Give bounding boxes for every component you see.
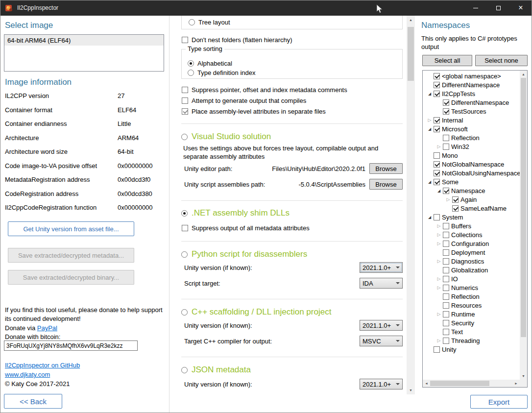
unity-script-assemblies-value[interactable]: -5.0.4\ScriptAssemblies <box>265 181 369 188</box>
tree-item-reflection[interactable]: Reflection <box>423 292 520 301</box>
collapse-icon[interactable]: ◢ <box>426 91 434 97</box>
tree-item-differentnamespace[interactable]: DifferentNamespace <box>423 80 520 89</box>
tree-item-text[interactable]: Text <box>423 327 520 336</box>
tree-item-io[interactable]: ▷IO <box>423 274 520 283</box>
tree-vscroll-track[interactable] <box>520 78 527 372</box>
tree-item-differentnamespace[interactable]: DifferentNamespace <box>423 98 520 107</box>
namespace-checkbox[interactable] <box>434 179 440 185</box>
browse-script-assemblies-button[interactable]: Browse <box>369 179 403 190</box>
middle-scrollbar-thumb[interactable] <box>408 27 414 81</box>
namespace-checkbox[interactable] <box>434 346 440 353</box>
tree-item-global-namespace[interactable]: <global namespace> <box>423 72 520 80</box>
tree-item-win32[interactable]: ▷Win32 <box>423 142 520 151</box>
cpp-unity-version-select[interactable]: 2021.1.0+ <box>360 320 403 331</box>
namespace-checkbox[interactable] <box>443 144 449 150</box>
browse-editor-path-button[interactable]: Browse <box>369 163 403 174</box>
namespace-checkbox[interactable] <box>434 152 440 159</box>
collapse-icon[interactable]: ◢ <box>426 214 434 220</box>
namespace-checkbox[interactable] <box>443 223 449 229</box>
tree-item-mono[interactable]: Mono <box>423 151 520 160</box>
expand-icon[interactable]: ▷ <box>444 196 452 203</box>
namespace-checkbox[interactable] <box>443 267 449 273</box>
unity-editor-path-value[interactable]: Files\Unity\Hub\Editor\2020.2.0f1 <box>232 165 369 172</box>
tree-hscroll-thumb[interactable] <box>430 381 489 386</box>
namespace-checkbox[interactable] <box>443 258 449 265</box>
namespace-checkbox[interactable] <box>443 302 449 309</box>
flatten-checkbox[interactable] <box>182 37 188 43</box>
json-metadata-radio[interactable] <box>181 367 188 373</box>
namespace-checkbox[interactable] <box>443 232 449 238</box>
namespace-checkbox[interactable] <box>434 214 440 220</box>
namespace-checkbox[interactable] <box>443 241 449 247</box>
tree-item-reflection[interactable]: Reflection <box>423 133 520 142</box>
tree-item-configuration[interactable]: ▷Configuration <box>423 239 520 248</box>
visual-studio-radio[interactable] <box>181 134 188 140</box>
compiles-checkbox[interactable] <box>182 97 188 104</box>
namespace-checkbox[interactable] <box>443 135 449 141</box>
alphabetical-radio[interactable] <box>188 60 194 67</box>
tree-item-sameleafname[interactable]: SameLeafName <box>423 204 520 213</box>
namespace-checkbox[interactable] <box>434 73 440 79</box>
type-definition-index-radio[interactable] <box>188 70 194 76</box>
script-target-select[interactable]: IDA <box>360 278 403 289</box>
namespace-checkbox[interactable] <box>443 188 449 194</box>
collapse-icon[interactable]: ◢ <box>426 126 434 132</box>
expand-icon[interactable]: ▷ <box>426 117 434 123</box>
close-button[interactable]: × <box>509 0 532 16</box>
middle-scrollbar[interactable]: ▲ ▼ <box>407 16 415 394</box>
tree-layout-radio[interactable] <box>189 19 195 25</box>
scroll-right-icon[interactable]: ► <box>512 380 520 387</box>
cpp-scaffolding-radio[interactable] <box>181 309 188 316</box>
tree-item-diagnostics[interactable]: ▷Diagnostics <box>423 257 520 266</box>
scroll-up-icon[interactable]: ▲ <box>520 71 527 78</box>
cpp-compiler-select[interactable]: MSVC <box>360 336 403 346</box>
namespace-checkbox[interactable] <box>434 117 440 123</box>
github-link[interactable]: Il2CppInspector on GitHub <box>5 362 80 369</box>
tree-item-security[interactable]: Security <box>423 318 520 327</box>
tree-hscroll-track[interactable] <box>430 380 512 387</box>
tree-item-microsoft[interactable]: ◢Microsoft <box>423 124 520 133</box>
bitcoin-address-field[interactable] <box>4 340 138 351</box>
expand-icon[interactable]: ▷ <box>435 232 443 238</box>
tree-vertical-scrollbar[interactable]: ▲ ▼ <box>520 71 527 380</box>
separate-attributes-checkbox[interactable] <box>182 108 188 115</box>
expand-icon[interactable]: ▷ <box>435 144 443 150</box>
suppress-comments-checkbox[interactable] <box>182 87 188 93</box>
scroll-down-icon[interactable]: ▼ <box>407 386 415 394</box>
tree-item-deployment[interactable]: Deployment <box>423 248 520 257</box>
namespace-checkbox[interactable] <box>434 126 440 132</box>
scroll-down-icon[interactable]: ▼ <box>520 372 527 380</box>
namespace-checkbox[interactable] <box>443 285 449 291</box>
namespace-checkbox[interactable] <box>434 91 440 97</box>
tree-item-system[interactable]: ◢System <box>423 213 520 221</box>
namespace-checkbox[interactable] <box>452 196 459 203</box>
tree-item-runtime[interactable]: ▷Runtime <box>423 310 520 318</box>
maximize-button[interactable] <box>487 0 509 16</box>
tree-item-numerics[interactable]: ▷Numerics <box>423 283 520 292</box>
select-all-button[interactable]: Select all <box>422 55 472 66</box>
image-list-item[interactable]: 64-bit ARM64 (ELF64) <box>4 35 164 46</box>
expand-icon[interactable]: ▷ <box>435 223 443 229</box>
namespace-checkbox[interactable] <box>443 338 449 344</box>
tree-item-some[interactable]: ◢Some <box>423 177 520 186</box>
paypal-link[interactable]: PayPal <box>37 324 57 332</box>
tree-item-testsources[interactable]: TestSources <box>423 107 520 116</box>
namespace-checkbox[interactable] <box>443 311 449 317</box>
tree-item-notglobalusingnamespace[interactable]: NotGlobalUsingNamespace <box>423 169 520 177</box>
tree-item-unity[interactable]: Unity <box>423 345 520 354</box>
scroll-up-icon[interactable]: ▲ <box>407 16 415 24</box>
python-script-radio[interactable] <box>181 251 188 258</box>
expand-icon[interactable]: ▷ <box>435 241 443 247</box>
select-none-button[interactable]: Select none <box>475 55 528 66</box>
tree-item-internal[interactable]: ▷Internal <box>423 116 520 124</box>
image-listbox[interactable]: 64-bit ARM64 (ELF64) <box>4 34 164 72</box>
tree-vscroll-thumb[interactable] <box>521 78 526 337</box>
json-unity-version-select[interactable]: 2021.1.0+ <box>360 379 403 389</box>
collapse-icon[interactable]: ◢ <box>426 179 434 185</box>
tree-item-collections[interactable]: ▷Collections <box>423 230 520 239</box>
titlebar[interactable]: Il2CppInspector × <box>0 0 532 16</box>
tree-item-again[interactable]: ▷Again <box>423 195 520 204</box>
tree-item-globalization[interactable]: Globalization <box>423 266 520 274</box>
tree-item-buffers[interactable]: ▷Buffers <box>423 221 520 230</box>
python-unity-version-select[interactable]: 2021.1.0+ <box>360 262 403 273</box>
